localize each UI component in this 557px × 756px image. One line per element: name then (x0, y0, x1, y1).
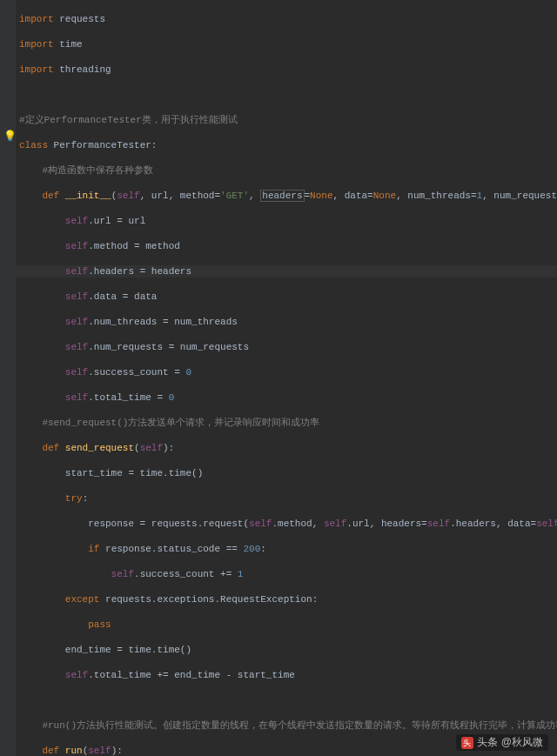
code-line: #send_request()方法发送单个请求，并记录响应时间和成功率 (19, 417, 557, 430)
toutiao-logo-icon (461, 737, 473, 749)
intention-bulb-icon[interactable]: 💡 (3, 130, 17, 144)
code-line: #run()方法执行性能测试。创建指定数量的线程，在每个线程中发送指定数量的请求… (19, 719, 557, 733)
code-line: start_time = time.time() (19, 467, 557, 480)
code-line: import requests (19, 13, 557, 26)
code-line: self.method = method (19, 240, 557, 253)
code-line: #构造函数中保存各种参数 (19, 164, 557, 177)
code-line: except requests.exceptions.RequestExcept… (19, 593, 557, 606)
code-line: import time (19, 38, 557, 51)
gutter (0, 0, 16, 756)
code-line: pass (19, 619, 557, 632)
code-line-highlighted: self.headers = headers (0, 265, 557, 278)
code-area[interactable]: import requests import time import threa… (0, 0, 557, 756)
code-line: self.total_time = 0 (19, 391, 557, 405)
code-line (19, 694, 557, 707)
code-line: try: (19, 492, 557, 505)
code-line: def __init__(self, url, method='GET', he… (19, 190, 557, 203)
code-line: def send_request(self): (19, 442, 557, 455)
watermark-source: 头条 (477, 736, 498, 748)
code-line: end_time = time.time() (19, 644, 557, 657)
code-line: self.url = url (19, 215, 557, 228)
code-line: #定义PerformanceTester类，用于执行性能测试 (19, 114, 557, 127)
code-line: self.num_threads = num_threads (19, 316, 557, 329)
code-line: import threading (19, 64, 557, 77)
code-line: self.success_count += 1 (19, 568, 557, 581)
code-line: self.total_time += end_time - start_time (19, 669, 557, 682)
code-editor[interactable]: 💡 import requests import time import thr… (0, 0, 557, 756)
watermark-author: @秋风微 (501, 736, 543, 748)
code-line: self.success_count = 0 (19, 366, 557, 379)
code-line: class PerformanceTester: (19, 139, 557, 152)
code-line: self.data = data (19, 291, 557, 304)
code-line (19, 89, 557, 102)
code-line: if response.status_code == 200: (19, 543, 557, 556)
code-line: response = requests.request(self.method,… (19, 518, 557, 531)
code-line: self.num_requests = num_requests (19, 341, 557, 354)
watermark: 头条 @秋风微 (456, 734, 548, 751)
